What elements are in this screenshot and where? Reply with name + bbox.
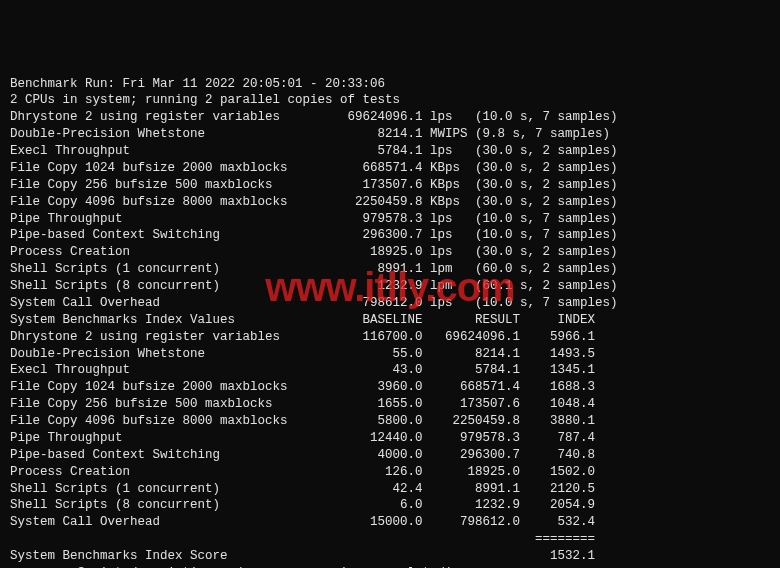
terminal-line: Shell Scripts (8 concurrent) 1232.9 lpm … — [10, 278, 770, 295]
terminal-line: Double-Precision Whetstone 55.0 8214.1 1… — [10, 346, 770, 363]
terminal-line: Dhrystone 2 using register variables 116… — [10, 329, 770, 346]
terminal-line: System Call Overhead 15000.0 798612.0 53… — [10, 514, 770, 531]
terminal-line: Shell Scripts (8 concurrent) 6.0 1232.9 … — [10, 497, 770, 514]
terminal-line: File Copy 1024 bufsize 2000 maxblocks 66… — [10, 160, 770, 177]
terminal-line: File Copy 1024 bufsize 2000 maxblocks 39… — [10, 379, 770, 396]
terminal-line: System Call Overhead 798612.0 lps (10.0 … — [10, 295, 770, 312]
terminal-line: 2 CPUs in system; running 2 parallel cop… — [10, 92, 770, 109]
terminal-line: File Copy 256 bufsize 500 maxblocks 1655… — [10, 396, 770, 413]
terminal-line: Double-Precision Whetstone 8214.1 MWIPS … — [10, 126, 770, 143]
terminal-line: Dhrystone 2 using register variables 696… — [10, 109, 770, 126]
terminal-line: Pipe Throughput 12440.0 979578.3 787.4 — [10, 430, 770, 447]
terminal-line: Shell Scripts (1 concurrent) 8991.1 lpm … — [10, 261, 770, 278]
terminal-line: Pipe-based Context Switching 296300.7 lp… — [10, 227, 770, 244]
terminal-line: Pipe Throughput 979578.3 lps (10.0 s, 7 … — [10, 211, 770, 228]
terminal-line: File Copy 4096 bufsize 8000 maxblocks 22… — [10, 194, 770, 211]
terminal-line: System Benchmarks Index Values BASELINE … — [10, 312, 770, 329]
terminal-line: Execl Throughput 43.0 5784.1 1345.1 — [10, 362, 770, 379]
terminal-line: File Copy 256 bufsize 500 maxblocks 1735… — [10, 177, 770, 194]
terminal-line: Process Creation 18925.0 lps (30.0 s, 2 … — [10, 244, 770, 261]
terminal-line: ======== — [10, 531, 770, 548]
terminal-line: File Copy 4096 bufsize 8000 maxblocks 58… — [10, 413, 770, 430]
terminal-line: Process Creation 126.0 18925.0 1502.0 — [10, 464, 770, 481]
terminal-line: System Benchmarks Index Score 1532.1 — [10, 548, 770, 565]
terminal-line: Pipe-based Context Switching 4000.0 2963… — [10, 447, 770, 464]
terminal-line: Execl Throughput 5784.1 lps (30.0 s, 2 s… — [10, 143, 770, 160]
terminal-output: Benchmark Run: Fri Mar 11 2022 20:05:01 … — [10, 76, 770, 569]
terminal-line: Shell Scripts (1 concurrent) 42.4 8991.1… — [10, 481, 770, 498]
terminal-line: Benchmark Run: Fri Mar 11 2022 20:05:01 … — [10, 76, 770, 93]
